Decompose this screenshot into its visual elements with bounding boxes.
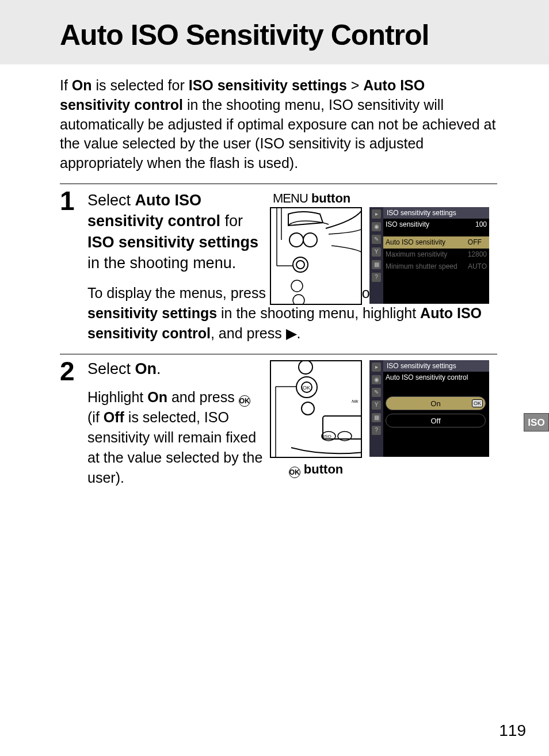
menu-option-off: Off — [386, 414, 486, 427]
text: > — [347, 77, 364, 93]
svg-text:ISO: ISO — [323, 434, 331, 439]
menu-value: AUTO — [468, 261, 487, 273]
svg-text:Nik: Nik — [352, 399, 359, 404]
retouch-tab-icon: ▦ — [372, 413, 381, 422]
play-tab-icon: ▸ — [372, 362, 381, 372]
text: MENU — [273, 191, 308, 205]
text: Select — [87, 192, 135, 209]
ok-button-icon: OK — [239, 395, 250, 407]
menu-label: Auto ISO sensitivity control — [386, 372, 468, 384]
text: is selected for — [92, 77, 189, 93]
menu-label: Auto ISO sensitivity control — [386, 236, 468, 249]
menu-tab-sidebar: ▸ ◉ ✎ Y ▦ ? — [369, 207, 383, 304]
ok-button-caption: OK button — [270, 460, 362, 478]
text: To display the menus, press the — [87, 285, 294, 301]
text-bold: ISO sensitivity settings — [87, 234, 258, 251]
text-bold: Off — [104, 409, 124, 425]
text: for — [220, 212, 243, 230]
step-2: 2 Select On. Highlight On and press OK (… — [60, 354, 497, 498]
menu-label: Off — [430, 417, 440, 425]
menu-label: Maximum sensitivity — [386, 249, 447, 261]
menu-row-iso-sensitivity: ISO sensitivity 100 — [383, 219, 489, 231]
text-bold: On — [147, 389, 167, 405]
play-tab-icon: ▸ — [372, 209, 381, 219]
ok-badge-icon: OK — [472, 399, 483, 407]
text: If — [60, 77, 72, 93]
menu-row-auto-iso-highlighted: Auto ISO sensitivity control OFF ▸ — [383, 236, 489, 249]
menu-screenshot-1: ▸ ◉ ✎ Y ▦ ? ISO sensitivity settings ISO… — [369, 207, 489, 304]
menu-option-on-selected: On OK — [386, 396, 486, 410]
ok-button-icon: OK — [289, 467, 300, 478]
menu-label: Minimum shutter speed — [386, 261, 458, 273]
text: Highlight — [87, 389, 147, 405]
page-number: 119 — [499, 721, 526, 740]
wrench-tab-icon: Y — [372, 400, 381, 410]
menu-screenshot-2: ▸ ◉ ✎ Y ▦ ? ISO sensitivity settings Aut… — [369, 360, 489, 457]
text: . — [157, 360, 161, 377]
menu-row-max-sensitivity: Maximum sensitivity 12800 — [383, 249, 489, 261]
camera-illustration: OK ISO Nik — [271, 361, 362, 458]
menu-label: ISO sensitivity — [386, 219, 429, 231]
pencil-tab-icon: ✎ — [372, 235, 381, 244]
page-title: Auto ISO Sensitivity Control — [60, 18, 549, 52]
camera-diagram-2: OK ISO Nik OK button — [270, 360, 362, 478]
step-1: 1 Select Auto ISO sensitivity control fo… — [60, 184, 497, 354]
pencil-tab-icon: ✎ — [372, 388, 381, 397]
step-number: 1 — [60, 185, 83, 216]
text: Select — [87, 360, 135, 377]
svg-text:OK: OK — [303, 385, 310, 391]
help-tab-icon: ? — [372, 273, 381, 282]
intro-paragraph: If On is selected for ISO sensitivity se… — [0, 64, 549, 184]
right-arrow-icon: ▶ — [286, 323, 297, 343]
step2-paragraph: Highlight On and press OK (if Off is sel… — [87, 387, 263, 488]
camera-illustration — [271, 208, 362, 305]
retouch-tab-icon: ▦ — [372, 260, 381, 269]
menu-subtitle: Auto ISO sensitivity control — [383, 372, 489, 384]
text: , and press — [211, 325, 286, 341]
camera-tab-icon: ◉ — [372, 375, 381, 384]
step1-heading: Select Auto ISO sensitivity control for … — [87, 190, 266, 274]
text: and press — [167, 389, 239, 405]
text: . — [297, 325, 301, 341]
menu-label: On — [430, 399, 440, 408]
text-bold: ISO sensitivity settings — [189, 77, 347, 93]
menu-value: 100 — [475, 219, 487, 231]
title-band: Auto ISO Sensitivity Control — [0, 0, 549, 64]
step2-heading: Select On. — [87, 360, 263, 378]
text: in the shooting menu. — [87, 254, 236, 272]
menu-tab-sidebar: ▸ ◉ ✎ Y ▦ ? — [369, 360, 383, 457]
menu-value: 12800 — [468, 249, 487, 261]
text-bold: button — [300, 462, 344, 476]
menu-value: OFF ▸ — [468, 236, 487, 249]
camera-diagram-1 — [270, 207, 362, 305]
text: (if — [87, 409, 104, 425]
camera-tab-icon: ◉ — [372, 222, 381, 231]
menu-button-caption: MENU button — [273, 191, 350, 206]
menu-row-min-shutter: Minimum shutter speed AUTO — [383, 261, 489, 273]
menu-title: ISO sensitivity settings — [383, 360, 489, 372]
help-tab-icon: ? — [372, 426, 381, 435]
svg-rect-11 — [271, 361, 362, 458]
text-bold: On — [135, 360, 157, 377]
text-bold: On — [72, 77, 92, 93]
text: in the shooting menu, highlight — [217, 305, 420, 321]
menu-title: ISO sensitivity settings — [383, 207, 489, 219]
step-number: 2 — [60, 356, 83, 387]
wrench-tab-icon: Y — [372, 247, 381, 257]
side-tab-iso: ISO — [524, 413, 549, 432]
